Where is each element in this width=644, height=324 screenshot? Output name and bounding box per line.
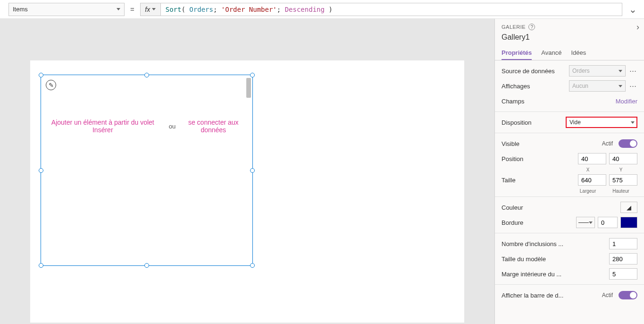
property-selector[interactable]: Items bbox=[8, 3, 125, 16]
app-canvas[interactable]: ✎ Ajouter un élément à partir du volet I… bbox=[30, 60, 464, 323]
datasource-more-icon[interactable]: ⋯ bbox=[628, 67, 637, 75]
border-color-picker[interactable] bbox=[620, 217, 637, 228]
chevron-down-icon bbox=[631, 121, 635, 124]
control-name: Gallery1 bbox=[495, 32, 644, 46]
datasource-dropdown[interactable]: Orders bbox=[569, 65, 626, 77]
chevron-down-icon bbox=[619, 70, 622, 72]
x-sublabel: X bbox=[571, 167, 604, 172]
showscrollbar-label: Afficher la barre de d... bbox=[502, 292, 563, 299]
resize-handle[interactable] bbox=[250, 263, 255, 268]
position-y-input[interactable] bbox=[609, 153, 637, 164]
formula-token-arg2: 'Order Number' bbox=[221, 6, 277, 13]
resize-handle[interactable] bbox=[39, 168, 43, 173]
fields-edit-link[interactable]: Modifier bbox=[616, 98, 637, 105]
properties-panel: GALERIE ? › Gallery1 Propriétés Avancé I… bbox=[494, 19, 644, 324]
gallery-scrollbar[interactable] bbox=[246, 78, 251, 98]
canvas-area: ✎ Ajouter un élément à partir du volet I… bbox=[0, 19, 494, 324]
formula-token-arg1: Orders bbox=[189, 6, 213, 13]
resize-handle[interactable] bbox=[39, 263, 43, 268]
chevron-down-icon bbox=[589, 222, 593, 224]
templatesize-input[interactable] bbox=[609, 253, 637, 264]
equals-sign: = bbox=[130, 5, 134, 13]
width-sublabel: Largeur bbox=[571, 188, 604, 194]
panel-tabs: Propriétés Avancé Idées bbox=[495, 46, 644, 60]
views-label: Affichages bbox=[502, 83, 530, 90]
resize-handle[interactable] bbox=[250, 168, 255, 173]
border-width-input[interactable] bbox=[598, 217, 618, 228]
main-area: ✎ Ajouter un élément à partir du volet I… bbox=[0, 19, 644, 324]
gallery-placeholder: Ajouter un élément à partir du volet Ins… bbox=[41, 119, 247, 134]
size-label: Taille bbox=[502, 177, 516, 184]
tab-properties[interactable]: Propriétés bbox=[502, 46, 532, 60]
showscrollbar-toggle[interactable] bbox=[619, 291, 637, 299]
layout-label: Disposition bbox=[502, 119, 532, 126]
formula-input[interactable]: Sort( Orders; 'Order Number'; Descending… bbox=[161, 3, 622, 16]
placeholder-or: ou bbox=[169, 123, 176, 130]
resize-handle[interactable] bbox=[144, 263, 149, 268]
wrapcount-input[interactable] bbox=[609, 238, 637, 249]
width-input[interactable] bbox=[578, 174, 606, 186]
add-from-insert-link[interactable]: Ajouter un élément à partir du volet Ins… bbox=[46, 119, 159, 134]
help-icon[interactable]: ? bbox=[528, 24, 535, 30]
height-sublabel: Hauteur bbox=[604, 188, 637, 194]
collapse-panel-icon[interactable]: › bbox=[636, 22, 639, 32]
layout-dropdown[interactable]: Vide bbox=[566, 117, 637, 128]
chevron-down-icon bbox=[619, 85, 622, 87]
gallery-control[interactable]: ✎ Ajouter un élément à partir du volet I… bbox=[41, 75, 253, 266]
y-sublabel: Y bbox=[604, 167, 637, 172]
resize-handle[interactable] bbox=[250, 73, 255, 77]
border-label: Bordure bbox=[502, 219, 523, 226]
tab-ideas[interactable]: Idées bbox=[571, 46, 586, 60]
color-picker[interactable]: ◢ bbox=[620, 202, 637, 213]
visible-toggle-text: Actif bbox=[602, 140, 613, 147]
chevron-down-icon bbox=[117, 8, 120, 10]
chevron-down-icon bbox=[152, 8, 156, 10]
views-dropdown[interactable]: Aucun bbox=[569, 80, 626, 92]
formula-token-fn: Sort bbox=[166, 6, 182, 13]
position-label: Position bbox=[502, 155, 523, 162]
connect-data-link[interactable]: se connecter aux données bbox=[185, 119, 242, 134]
color-label: Couleur bbox=[502, 204, 523, 211]
edit-pencil-icon[interactable]: ✎ bbox=[46, 80, 56, 90]
panel-header-label: GALERIE bbox=[502, 24, 526, 30]
resize-handle[interactable] bbox=[144, 73, 149, 77]
property-selector-value: Items bbox=[13, 6, 28, 13]
padding-input[interactable] bbox=[609, 268, 637, 280]
visible-label: Visible bbox=[502, 140, 519, 147]
wrapcount-label: Nombre d'inclusions ... bbox=[502, 240, 563, 247]
datasource-label: Source de données bbox=[502, 68, 555, 75]
templatesize-label: Taille du modèle bbox=[502, 256, 546, 263]
expand-formula-icon[interactable]: ⌄ bbox=[629, 4, 637, 15]
panel-header: GALERIE ? › bbox=[495, 19, 644, 32]
fx-button[interactable]: fx bbox=[140, 3, 161, 16]
fill-icon: ◢ bbox=[627, 204, 631, 211]
resize-handle[interactable] bbox=[39, 73, 43, 77]
fields-label: Champs bbox=[502, 98, 524, 105]
visible-toggle[interactable] bbox=[619, 139, 637, 148]
formula-bar: Items = fx Sort( Orders; 'Order Number';… bbox=[0, 0, 644, 19]
border-style-dropdown[interactable] bbox=[576, 217, 595, 228]
height-input[interactable] bbox=[609, 174, 637, 186]
formula-token-arg3: Descending bbox=[285, 6, 325, 13]
views-more-icon[interactable]: ⋯ bbox=[628, 82, 637, 90]
fx-label: fx bbox=[145, 6, 150, 13]
scrollbar-toggle-text: Actif bbox=[602, 292, 613, 298]
position-x-input[interactable] bbox=[578, 153, 606, 164]
tab-advanced[interactable]: Avancé bbox=[541, 46, 561, 60]
padding-label: Marge intérieure du ... bbox=[502, 271, 561, 278]
